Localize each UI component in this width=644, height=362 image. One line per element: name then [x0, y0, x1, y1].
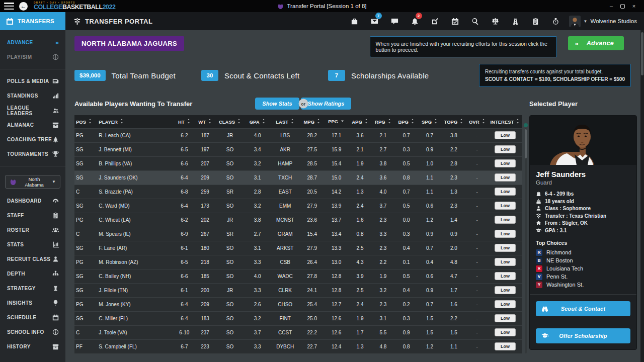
sidebar-item-league-leaders[interactable]: LEAGUE LEADERS [0, 103, 65, 118]
player-row-r-leach-ca[interactable]: PGR. Leach (CA)6-2187JR4.0LBS28.217.13.6… [74, 128, 522, 142]
column-header-bpg[interactable]: BPG [395, 115, 418, 128]
table-scrollbar[interactable] [525, 128, 527, 353]
player-row-c-wheat-la[interactable]: PGC. Wheat (LA)6-2202JR3.8MCNST23.613.71… [74, 213, 522, 227]
sidebar-item-coaching-tree[interactable]: COACHING TREE [0, 132, 65, 147]
column-header-mpg[interactable]: MPG [300, 115, 324, 128]
bell-nav-button[interactable]: 2 [407, 15, 423, 28]
show-ratings-button[interactable]: Show Ratings [301, 98, 352, 110]
player-row-j-saunders-ok[interactable]: SGJ. Saunders (OK)6-4209SO3.1TXCH28.715.… [74, 170, 522, 185]
player-portrait [530, 116, 636, 165]
column-header-wt[interactable]: WT [195, 115, 215, 128]
player-row-b-phillips-va[interactable]: SGB. Phillips (VA)6-6207SO3.2HAMP28.515.… [74, 156, 522, 170]
sidebar-item-depth[interactable]: DEPTH [0, 266, 65, 281]
player-row-m-spears-il[interactable]: CM. Spears (IL)6-9267SR2.7GRAM15.413.40.… [74, 227, 522, 241]
selected-player-panel: Selected Player [529, 96, 637, 362]
search-icon [471, 18, 479, 25]
player-row-j-bennett-mi[interactable]: SGJ. Bennett (MI)6-5197SO3.4AKR27.515.92… [74, 142, 522, 156]
player-row-c-bailey-nh[interactable]: SGC. Bailey (NH)6-6185SO4.0WADC27.812.83… [74, 269, 522, 283]
sidebar-item-dashboard[interactable]: DASHBOARD [0, 194, 65, 208]
sidebar-divider [0, 69, 65, 69]
road-nav-button[interactable] [507, 15, 524, 28]
calendar-check-nav-button[interactable] [447, 15, 463, 28]
sidebar-item-advance[interactable]: ADVANCE» [0, 35, 65, 50]
player-row-j-toole-va[interactable]: CJ. Toole (VA)6-10237SO3.7CCST22.212.61.… [74, 325, 522, 339]
sidebar-item-schedule[interactable]: SCHEDULE [0, 310, 65, 325]
user-menu[interactable]: ▼ Wolverine Studios [564, 12, 644, 30]
column-header-class[interactable]: CLASS [215, 115, 245, 128]
interest-badge: Low [495, 286, 516, 294]
roster-icon [52, 227, 59, 233]
sidebar-item-roster[interactable]: ROSTER [0, 223, 65, 237]
sidebar-item-strategy[interactable]: STRATEGY [0, 281, 65, 296]
column-header-ppg[interactable]: PPG [324, 115, 348, 128]
column-header-player[interactable]: PLAYER [97, 115, 174, 128]
sidebar-item-standings[interactable]: STANDINGS [0, 88, 65, 103]
page-scrollbar[interactable] [640, 30, 644, 362]
column-header-spg[interactable]: SPG [418, 115, 441, 128]
advance-button[interactable]: » Advance [568, 36, 624, 50]
scout-contact-button[interactable]: Scout & Contact [536, 301, 630, 316]
sidebar-item-tournaments[interactable]: TOURNAMENTS [0, 147, 65, 161]
sidebar-item-almanac[interactable]: ALMANAC [0, 118, 65, 132]
column-header-last[interactable]: LAST [270, 115, 300, 128]
interest-badge: Low [495, 314, 516, 322]
clipboard-nav-button[interactable] [527, 15, 544, 28]
briefcase-nav-button[interactable] [346, 15, 363, 28]
player-row-c-ward-md[interactable]: SGC. Ward (MD)6-4173SO3.2EMM27.913.92.43… [74, 199, 522, 213]
column-header-ht[interactable]: HT [174, 115, 195, 128]
stopwatch-nav-button[interactable] [547, 15, 564, 28]
interest-badge: Low [495, 258, 516, 266]
sidebar-item-polls-media[interactable]: POLLS & MEDIA [0, 74, 65, 88]
sidebar-item-school-info[interactable]: SCHOOL INFO [0, 325, 65, 339]
edit-icon [431, 18, 439, 25]
column-header-gpa[interactable]: GPA [245, 115, 271, 128]
sidebar-item-history[interactable]: HISTORY [0, 339, 65, 354]
player-card: Jeff Saunders Guard 6-4 - 209 lbs18 year… [529, 115, 637, 350]
player-row-j-elloie-tn[interactable]: SGJ. Elloie (TN)6-1200JR3.3CLRK24.112.82… [74, 283, 522, 297]
gradcap-icon [536, 228, 541, 233]
sidebar-item-stats[interactable]: STATS [0, 237, 65, 252]
tab-transfers[interactable]: TRANSFERS [0, 12, 65, 30]
player-detail-transfer: Transfer : Texas Christian [536, 213, 630, 219]
user-avatar [569, 16, 581, 27]
scales-icon [492, 18, 499, 25]
player-row-m-jones-ky[interactable]: PGM. Jones (KY)6-4209SO2.6CHSO25.412.72.… [74, 297, 522, 311]
chat-nav-button[interactable] [386, 15, 403, 28]
offer-scholarship-button[interactable]: Offer Scholarship [536, 328, 630, 343]
sort-icon [434, 119, 438, 124]
hamburger-menu-icon[interactable] [4, 3, 14, 10]
column-header-interest[interactable]: INTEREST [488, 115, 522, 128]
search-nav-button[interactable] [467, 15, 484, 28]
envelope-nav-button[interactable]: 7 [366, 15, 383, 28]
back-arrow-icon[interactable]: ← [19, 2, 28, 11]
player-row-s-brazzle-pa[interactable]: CS. Brazzle (PA)6-8259SR2.8EAST20.514.21… [74, 185, 522, 199]
scales-nav-button[interactable] [487, 15, 504, 28]
show-stats-button[interactable]: Show Stats [255, 98, 299, 110]
player-row-s-campbell-fl[interactable]: PFS. Campbell (FL)6-7223SO3.3DYBCH22.712… [74, 339, 522, 353]
player-row-c-miller-fl[interactable]: SGC. Miller (FL)6-4183SO3.2FINT25.012.61… [74, 311, 522, 325]
column-header-rpg[interactable]: RPG [371, 115, 394, 128]
column-header-ovr[interactable]: OVR [466, 115, 488, 128]
column-header-apg[interactable]: APG [349, 115, 371, 128]
gradcap-icon [541, 332, 548, 339]
team-selector-dropdown[interactable]: North Alabama▼ [5, 175, 60, 189]
sidebar-item-recruit-class[interactable]: RECRUIT CLASS [0, 252, 65, 266]
minimize-button[interactable]: – [607, 3, 615, 9]
edit-nav-button[interactable] [427, 15, 443, 28]
maximize-button[interactable] [620, 4, 625, 9]
player-row-m-robinson-az[interactable]: PGM. Robinson (AZ)6-5218SO3.3CSB26.413.0… [74, 255, 522, 269]
column-header-pos[interactable]: POS [74, 115, 97, 128]
jaguar-window-icon [277, 4, 284, 9]
close-button[interactable]: × [630, 3, 638, 9]
scholarships-stat: 7 Scholarships Available [328, 70, 429, 81]
sidebar-item-staff[interactable]: STAFF [0, 208, 65, 223]
stopwatch-icon [552, 18, 559, 25]
sort-icon [516, 119, 520, 124]
sidebar-item-play-sim[interactable]: PLAY/SIM [0, 50, 65, 64]
player-row-f-lane-ar[interactable]: SGF. Lane (AR)6-1180SO3.1ARKST27.913.32.… [74, 241, 522, 255]
sidebar-item-insights[interactable]: INSIGHTS [0, 296, 65, 310]
home-icon [536, 220, 541, 226]
gauge-icon [52, 198, 59, 204]
top-navigation: TRANSFERS TRANSFER PORTAL 72 ▼ Wolverine… [0, 12, 644, 30]
column-header-topg[interactable]: TOPG [441, 115, 466, 128]
